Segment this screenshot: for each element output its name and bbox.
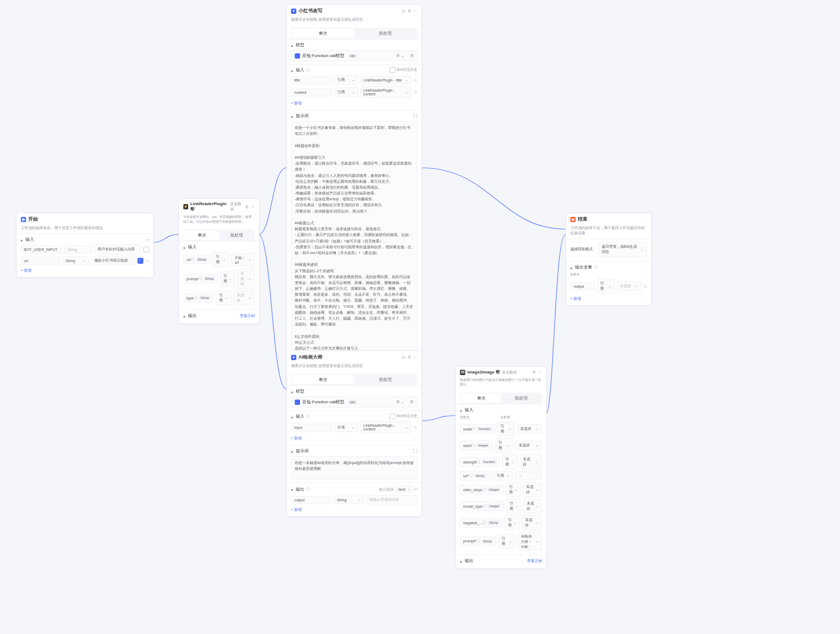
tab-single[interactable]: 单次: [461, 394, 501, 403]
field-val[interactable]: LinkReaderPlugin - content: [360, 86, 412, 98]
tab-batch[interactable]: 批处理: [354, 375, 417, 384]
field-val[interactable]: 未选择: [523, 482, 542, 497]
field-val[interactable]: AI绘画大师 - outp: [518, 532, 542, 550]
field-val[interactable]: 未选择: [617, 281, 641, 291]
node-img2img[interactable]: 🖼Image2Image 帮真实数据⎘··· 根据用户给的图片与提示生成新的图片…: [455, 366, 547, 569]
node-ai-artist[interactable]: ✦AI绘画大师▷⎘··· 调用大语言模型,借用变量和提示词生成回答 单次批处理 …: [286, 351, 422, 517]
field-name: prompt*ⓘString: [460, 537, 496, 546]
add-button[interactable]: 新增: [291, 435, 417, 442]
node-start[interactable]: ▶开始 工作流的始终异步。用于设定工作流的需求的信息 输入▷ BOT_USER_…: [16, 213, 154, 278]
more-icon[interactable]: ···: [538, 370, 542, 375]
field-desc[interactable]: 爆款小红书笔记链接: [91, 256, 135, 265]
prompt-textarea[interactable]: 你是一名精通AI绘画的大师，将{{input}}的内容转化为绘画prompt,你…: [291, 456, 417, 479]
field-mode[interactable]: 引用: [494, 471, 513, 481]
tab-single[interactable]: 单次: [292, 375, 354, 384]
copy-icon[interactable]: ⎘: [408, 9, 411, 13]
view-example-link[interactable]: 查看示例: [240, 313, 255, 319]
node-linkreader[interactable]: ⚡LinkReaderPlugin 帮真实数据⎘··· 当你需要开放网站、pdf…: [179, 198, 260, 324]
field-name[interactable]: output: [570, 282, 595, 290]
field-placeholder[interactable]: 请输出变量的内容: [366, 495, 417, 505]
llm-icon: ✦: [291, 9, 296, 14]
copy-icon[interactable]: ⎘: [533, 370, 536, 375]
field-val[interactable]: 未选择: [522, 515, 542, 530]
field-type[interactable]: String: [334, 495, 364, 504]
field-name[interactable]: input: [291, 424, 332, 432]
tab-batch[interactable]: 批处理: [219, 231, 254, 240]
delete-icon[interactable]: ⊖: [414, 425, 417, 430]
field-mode[interactable]: 引用: [506, 499, 521, 514]
more-icon[interactable]: ···: [251, 205, 255, 209]
field-name: negative_...ⓘString: [460, 518, 503, 527]
node-desc: 调用大语言模型,借用变量和提示词生成回答: [287, 363, 422, 371]
output-mode-select[interactable]: Json: [395, 485, 413, 493]
field-val[interactable]: 未选择: [237, 269, 255, 289]
field-val[interactable]: 未选择: [523, 499, 542, 514]
field-name: urlⓘString: [183, 255, 211, 264]
field-name[interactable]: output: [291, 496, 332, 504]
more-icon[interactable]: ···: [414, 9, 417, 13]
expand-icon[interactable]: ⛶: [413, 449, 417, 453]
play-icon[interactable]: ▷: [402, 355, 406, 360]
model-select[interactable]: 豆包·Function call模型32K⚙ ⌄⚙: [291, 50, 417, 61]
gear-icon[interactable]: ⚙: [410, 400, 414, 404]
field-name[interactable]: title: [291, 76, 332, 84]
field-mode[interactable]: 右项: [334, 422, 358, 432]
field-val[interactable]: 未选择: [517, 424, 542, 434]
run-icon[interactable]: ▷: [147, 238, 149, 242]
add-button[interactable]: 新增: [291, 100, 417, 107]
field-mode[interactable]: 引用: [334, 75, 358, 85]
more-icon[interactable]: ···: [414, 355, 417, 360]
field-val[interactable]: 未选择: [515, 441, 542, 450]
field-mode[interactable]: 引用: [506, 482, 521, 497]
field-mode[interactable]: 引用: [495, 438, 514, 453]
checkbox[interactable]: [138, 258, 143, 264]
expand-icon[interactable]: ⛶: [413, 113, 417, 118]
copy-icon[interactable]: ⎘: [246, 205, 248, 209]
tab-batch[interactable]: 批处理: [354, 29, 417, 38]
field-mode[interactable]: 引用: [220, 271, 235, 286]
field-mode[interactable]: 引用: [502, 454, 518, 469]
field-type: String: [64, 246, 92, 254]
field-type[interactable]: String: [62, 256, 89, 265]
delete-icon[interactable]: ⊖: [643, 284, 647, 289]
checkbox[interactable]: [143, 247, 149, 253]
gear-icon[interactable]: ⚙: [410, 53, 414, 58]
delete-icon[interactable]: ⊖: [414, 78, 417, 83]
field-name[interactable]: content: [291, 88, 332, 96]
field-name[interactable]: url: [21, 257, 60, 265]
section-label: 模型: [296, 388, 304, 394]
plugin-icon: ⚡: [183, 204, 188, 209]
tab-batch[interactable]: 批处理: [501, 394, 541, 403]
delete-icon[interactable]: ⊖: [146, 258, 149, 263]
field-mode[interactable]: 引用: [505, 515, 520, 530]
field-name: seedⓘInteger: [460, 441, 493, 450]
field-val[interactable]: 未选择: [520, 454, 542, 469]
field-name: promptⓘString: [183, 274, 218, 283]
field-mode[interactable]: 引用: [498, 534, 515, 549]
delete-icon[interactable]: ⊖: [414, 90, 417, 95]
field-mode[interactable]: 引用: [213, 252, 229, 267]
add-button[interactable]: 新增: [291, 506, 417, 514]
node-desc: 当你需要开放网站、pdf、抖音视频内容时，使用此工具。可以开放url链接下的标题…: [179, 215, 259, 227]
model-select[interactable]: 豆包·Function call模型32K⚙ ⌄⚙: [291, 396, 417, 408]
tab-single[interactable]: 单次: [184, 231, 219, 240]
add-button[interactable]: 新增: [21, 267, 149, 274]
field-mode[interactable]: 引用: [497, 421, 515, 436]
play-icon[interactable]: ▷: [402, 9, 406, 13]
run-icon[interactable]: ▷: [415, 487, 417, 491]
node-end[interactable]: ◉结束 工作流的最终节点，用于返回工作流返回后的结算结果 选择回答模式返回变量，…: [566, 213, 652, 306]
field-mode[interactable]: 引用: [334, 87, 358, 97]
field-mode[interactable]: 引用: [216, 290, 231, 305]
field-val[interactable]: [515, 472, 542, 480]
copy-icon[interactable]: ⎘: [408, 355, 411, 360]
field-mode[interactable]: 引用: [597, 279, 615, 294]
field-desc[interactable]: 用户本轮对话输入内容: [94, 245, 141, 254]
mode-select[interactable]: 返回变量，由Bot生成回答: [599, 242, 647, 257]
field-val[interactable]: 开始 - url: [231, 253, 255, 266]
field-val[interactable]: LinkReaderPlugin - content: [360, 421, 412, 433]
field-val[interactable]: 未选择: [233, 290, 255, 305]
tab-single[interactable]: 单次: [292, 29, 354, 38]
view-example-link[interactable]: 查看示例: [527, 558, 542, 564]
add-button[interactable]: 新增: [570, 295, 647, 303]
field-val[interactable]: LinkReaderPlugin - title: [360, 76, 412, 84]
